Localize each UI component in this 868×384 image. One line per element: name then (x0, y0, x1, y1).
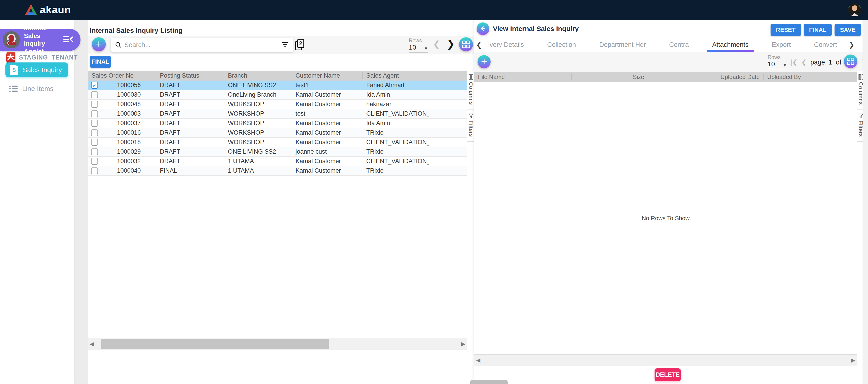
attachments-empty-body: No Rows To Show (474, 82, 857, 354)
final-button[interactable]: FINAL (804, 24, 832, 36)
cell-branch: WORKSHOP (224, 129, 292, 136)
cell-agent: TRixie (363, 129, 429, 136)
cell-order-no: 1000003 (101, 110, 156, 117)
filter-icon[interactable] (280, 41, 289, 49)
row-checkbox[interactable] (91, 129, 98, 136)
prev-page-icon[interactable]: ❮ (801, 58, 807, 66)
column-header[interactable]: Sales Agent (363, 72, 429, 79)
scroll-right-icon[interactable]: ▶ (461, 341, 465, 347)
tab-department-hdr[interactable]: Department Hdr (599, 37, 646, 52)
columns-tab-label: Columns (468, 82, 474, 105)
cell-agent: TRixie (363, 148, 429, 155)
sidebar-item-applet[interactable]: Internal Sales Inquiry Applet (0, 29, 81, 51)
column-header[interactable]: File Name (474, 73, 571, 80)
reset-button[interactable]: RESET (771, 24, 801, 36)
attachments-table-header: File Name Size Uploaded Date Uploaded By (474, 72, 857, 82)
rows-per-page-select[interactable]: Rows 10 ▼ (409, 37, 428, 53)
table-row[interactable]: 1000016 DRAFT WORKSHOP Kamal Customer TR… (88, 128, 467, 138)
table-row[interactable]: 1000029 DRAFT ONE LIVING SS2 joanne cust… (88, 147, 467, 156)
final-button[interactable]: FINAL (90, 56, 111, 68)
plus-icon: + (96, 39, 102, 49)
tab-collection[interactable]: Collection (547, 37, 576, 52)
scroll-left-icon[interactable]: ◀ (90, 341, 94, 347)
tabs-scroll-left-icon[interactable]: ❮ (476, 41, 482, 49)
save-button[interactable]: SAVE (835, 24, 861, 36)
next-page-button[interactable]: ❯ (446, 39, 455, 49)
sidebar-item-tenant[interactable]: STAGING_TENANT (0, 51, 74, 64)
table-row[interactable]: 1000037 DRAFT WORKSHOP Kamal Customer Id… (88, 119, 467, 128)
view-pages-icon[interactable]: 2 (295, 39, 304, 50)
table-row[interactable]: 1000032 DRAFT 1 UTAMA Kamal Customer CLI… (88, 156, 467, 166)
attachments-horizontal-scrollbar[interactable]: ◀ ▶ (474, 354, 857, 366)
add-record-button[interactable]: + (92, 37, 106, 51)
row-checkbox[interactable] (91, 168, 98, 174)
cell-customer: Kamal Customer (292, 167, 363, 174)
detail-title: View Internal Sales Inquiry (493, 25, 579, 33)
table-row[interactable]: 1000018 DRAFT WORKSHOP Kamal Customer CL… (88, 138, 467, 147)
table-row[interactable]: 1000040 FINAL 1 UTAMA Kamal Customer TRi… (88, 166, 467, 176)
scroll-left-icon[interactable]: ◀ (476, 357, 480, 363)
back-button[interactable] (476, 22, 489, 35)
page-horizontal-scrollbar-thumb[interactable] (470, 380, 507, 384)
scroll-right-icon[interactable]: ▶ (851, 357, 855, 363)
grid-view-button[interactable] (844, 55, 857, 68)
sidebar-item-label: Sales Inquiry (23, 66, 62, 74)
column-header[interactable]: Sales Order No (88, 72, 156, 79)
tabs-scroll-right-icon[interactable]: ❯ (849, 41, 855, 49)
tab-contra[interactable]: Contra (669, 37, 689, 52)
cell-customer: test (292, 110, 363, 117)
column-header[interactable]: Branch (224, 72, 292, 79)
grid-view-button[interactable] (459, 37, 473, 51)
rows-value: 10 (409, 44, 416, 51)
tab-convert[interactable]: Convert (814, 37, 837, 52)
search-box[interactable] (111, 37, 293, 52)
rows-label: Rows (409, 37, 428, 44)
listing-horizontal-scrollbar[interactable]: ◀ ▶ (88, 338, 467, 350)
cell-agent: CLIENT_VALIDATION_GUID_DO... (363, 110, 429, 117)
delete-button[interactable]: DELETE (655, 368, 681, 381)
column-header[interactable]: Uploaded Date (706, 73, 764, 80)
sidebar-collapse-icon[interactable] (63, 35, 73, 45)
row-checkbox[interactable] (91, 158, 98, 165)
first-page-icon[interactable]: |❮ (790, 58, 798, 66)
filters-side-tab[interactable]: Filters (467, 110, 474, 142)
columns-side-tab[interactable]: Columns (467, 70, 474, 110)
prev-page-button[interactable]: ❮ (433, 40, 440, 49)
cell-customer: Kamal Customer (292, 91, 363, 98)
tab-delivery-details[interactable]: ivery Details (488, 37, 524, 52)
of-label: of (836, 59, 841, 66)
current-page: 1 (829, 59, 832, 66)
user-avatar[interactable] (848, 3, 862, 17)
row-checkbox[interactable] (91, 120, 98, 127)
search-input[interactable] (124, 41, 280, 49)
akaun-logo-icon (24, 3, 37, 16)
table-row[interactable]: 1000030 DRAFT OneLiving Branch Kamal Cus… (88, 90, 467, 99)
column-header[interactable]: Posting Status (156, 72, 224, 79)
cell-branch: WORKSHOP (224, 110, 292, 117)
column-header[interactable]: Uploaded By (764, 73, 857, 81)
sidebar-item-line-items[interactable]: Line Items (9, 84, 53, 94)
row-checkbox[interactable] (91, 139, 98, 146)
cell-agent: Ida Amin (363, 120, 429, 127)
table-row[interactable]: 1000048 DRAFT WORKSHOP Kamal Customer ha… (88, 99, 467, 109)
sidebar-item-sales-inquiry[interactable]: $ Sales Inquiry (5, 62, 68, 78)
row-checkbox[interactable] (91, 101, 98, 108)
listing-panel: Internal Sales Inquiry Listing + 2 Rows … (88, 20, 474, 384)
row-checkbox[interactable] (91, 111, 98, 117)
row-checkbox[interactable] (91, 82, 98, 89)
scrollbar-thumb[interactable] (101, 339, 329, 349)
cell-status: DRAFT (156, 129, 224, 136)
column-header[interactable]: Size (571, 73, 706, 81)
add-attachment-button[interactable]: + (477, 55, 491, 68)
cell-agent: CLIENT_VALIDATION_GUID_DO... (363, 139, 429, 146)
tenant-icon (6, 52, 16, 63)
row-checkbox[interactable] (91, 91, 98, 98)
tab-attachments[interactable]: Attachments (712, 37, 748, 52)
page-scrollbar-gutter[interactable] (863, 20, 868, 384)
rows-per-page-select[interactable]: Rows 10 ▼ (768, 54, 788, 69)
table-row[interactable]: 1000056 DRAFT ONE LIVING SS2 test1 Fahad… (88, 81, 467, 90)
table-row[interactable]: 1000003 DRAFT WORKSHOP test CLIENT_VALID… (88, 109, 467, 119)
column-header[interactable]: Customer Name (292, 72, 363, 79)
row-checkbox[interactable] (91, 148, 98, 155)
tab-export[interactable]: Export (772, 37, 791, 52)
